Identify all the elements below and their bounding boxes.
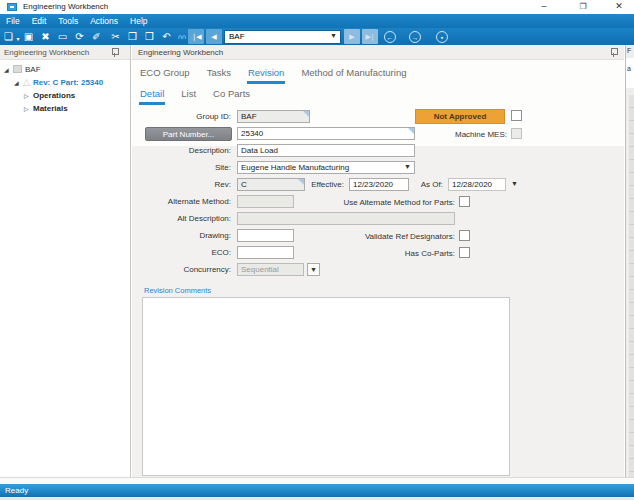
as-of-date-field[interactable]: 12/28/2020 (448, 178, 506, 191)
refresh-icon[interactable]: ⟳ (72, 29, 87, 44)
alternate-method-field (237, 195, 294, 208)
delete-icon[interactable]: ✖ (38, 29, 53, 44)
minimize-button[interactable]: – (533, 0, 555, 13)
window-title: Engineering Workbench (23, 2, 108, 11)
clipped-side-panel: F a (625, 45, 634, 477)
first-record-button[interactable]: ❘◀ (188, 29, 204, 44)
save-icon[interactable]: ▣ (21, 29, 36, 44)
previous-record-button[interactable]: ◀ (206, 29, 222, 44)
not-approved-button[interactable]: Not Approved (415, 109, 505, 124)
site-value: Eugene Handle Manufacturing (241, 163, 349, 172)
eco-label: ECO: (135, 246, 231, 259)
concurrency-dropdown-button[interactable]: ▼ (307, 263, 320, 276)
search-icon[interactable]: ∩∩ (174, 29, 189, 44)
tree-node-label[interactable]: Rev: C Part: 25340 (33, 78, 103, 87)
part-number-button[interactable]: Part Number... (145, 127, 232, 141)
approved-checkbox[interactable] (511, 110, 522, 121)
revision-icon: △ (23, 76, 30, 89)
site-combo-caret-icon[interactable]: ▼ (404, 163, 411, 170)
effective-date-field[interactable]: 12/23/2020 (349, 178, 409, 191)
record-combo-caret-icon[interactable]: ▼ (330, 32, 337, 39)
history-forward-icon[interactable]: → (409, 31, 421, 43)
maximize-button[interactable]: ❐ (572, 0, 594, 13)
tree-node-label[interactable]: Operations (33, 91, 75, 100)
menu-help[interactable]: Help (124, 14, 153, 28)
clipped-text: a (627, 65, 631, 72)
menu-edit[interactable]: Edit (26, 14, 53, 28)
has-co-parts-checkbox[interactable] (459, 247, 470, 258)
brush-icon[interactable]: ✐ (89, 29, 104, 44)
tree-node-label[interactable]: BAF (25, 65, 41, 74)
modified-indicator (303, 111, 309, 117)
has-co-parts-label: Has Co-Parts: (295, 247, 455, 260)
main-panel-header: Engineering Workbench (132, 45, 624, 60)
revision-comments-label: Revision Comments (144, 286, 211, 295)
menu-file[interactable]: File (0, 14, 26, 28)
history-extra-icon[interactable]: ▪ (436, 31, 448, 43)
concurrency-field: Sequential (237, 263, 304, 276)
history-back-icon[interactable]: ← (384, 31, 396, 43)
tab-tasks[interactable]: Tasks (206, 64, 232, 84)
status-bar: Ready (0, 484, 634, 497)
tree-node-baf[interactable]: ◢BAF (4, 63, 41, 76)
alt-description-label: Alt Description: (135, 212, 231, 225)
drawing-field[interactable] (237, 229, 294, 242)
tab-method-of-manufacturing[interactable]: Method of Manufacturing (300, 64, 407, 84)
rev-value: C (241, 180, 247, 189)
clipped-text: F (627, 47, 631, 54)
pin-icon[interactable] (111, 48, 118, 57)
title-bar: Engineering Workbench – ❐ ✕ (0, 0, 634, 14)
effective-date-value: 12/23/2020 (353, 180, 393, 189)
undo-icon[interactable]: ↶ (159, 29, 174, 44)
close-button[interactable]: ✕ (608, 0, 630, 13)
effective-label: Effective: (300, 178, 344, 191)
revision-comments-textarea[interactable] (142, 297, 510, 476)
cut-icon[interactable]: ✂ (108, 29, 123, 44)
menu-actions[interactable]: Actions (84, 14, 124, 28)
clear-icon[interactable]: ▭ (55, 29, 70, 44)
use-alternate-method-checkbox[interactable] (459, 196, 470, 207)
tab-list[interactable]: List (180, 85, 197, 105)
group-id-value: BAF (241, 112, 257, 121)
tree-node-revision[interactable]: ◢△Rev: C Part: 25340 (14, 76, 103, 89)
tab-co-parts[interactable]: Co Parts (212, 85, 251, 105)
clipped-white-area (626, 58, 634, 88)
tab-detail[interactable]: Detail (139, 85, 165, 105)
part-number-field[interactable]: 25340 (237, 127, 415, 140)
tree-node-materials[interactable]: ▷Materials (24, 102, 68, 115)
paste-icon[interactable]: ❒ (142, 29, 157, 44)
validate-ref-designators-checkbox[interactable] (459, 230, 470, 241)
rev-label: Rev: (135, 178, 231, 191)
site-combo[interactable]: Eugene Handle Manufacturing (237, 161, 415, 174)
group-id-label: Group ID: (135, 110, 231, 123)
concurrency-value: Sequential (241, 265, 279, 274)
menu-tools[interactable]: Tools (52, 14, 84, 28)
tree-panel-header: Engineering Workbench (0, 45, 130, 60)
next-record-button[interactable]: ▶ (344, 29, 360, 44)
app-icon (7, 3, 17, 11)
description-value: Data Load (241, 146, 278, 155)
part-number-value: 25340 (241, 129, 263, 138)
menu-bar: File Edit Tools Actions Help (0, 14, 634, 28)
expander-icon[interactable]: ◢ (14, 77, 23, 90)
group-id-field: BAF (237, 110, 310, 123)
as-of-caret-icon[interactable]: ▼ (511, 180, 518, 187)
description-field[interactable]: Data Load (237, 144, 415, 157)
last-record-button[interactable]: ▶❘ (362, 29, 378, 44)
tab-revision[interactable]: Revision (247, 64, 285, 84)
expander-icon[interactable]: ▷ (24, 103, 33, 116)
tab-eco-group[interactable]: ECO Group (139, 64, 191, 84)
tree-panel-title: Engineering Workbench (4, 48, 89, 57)
tree-node-label[interactable]: Materials (33, 104, 68, 113)
group-icon (13, 65, 22, 73)
pin-icon[interactable] (610, 48, 617, 57)
tree-node-operations[interactable]: ▷Operations (24, 89, 75, 102)
alt-description-field (237, 212, 455, 225)
status-text: Ready (5, 486, 28, 495)
eco-field[interactable] (237, 246, 294, 259)
record-combo-input[interactable] (224, 30, 341, 44)
use-alternate-method-label: Use Alternate Method for Parts: (295, 196, 455, 209)
expander-icon[interactable]: ◢ (4, 64, 13, 77)
main-panel-title: Engineering Workbench (138, 48, 223, 57)
copy-icon[interactable]: ❐ (125, 29, 140, 44)
